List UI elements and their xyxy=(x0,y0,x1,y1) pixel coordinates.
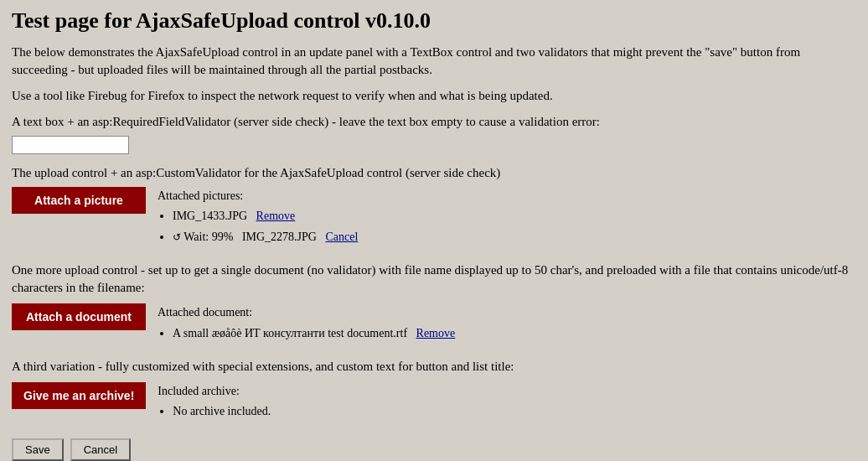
doc1-remove-link[interactable]: Remove xyxy=(416,327,456,339)
file2-cancel-link[interactable]: Cancel xyxy=(325,230,358,243)
attached-pictures-title: Attached pictures: xyxy=(158,187,358,205)
included-archive-title: Included archive: xyxy=(158,382,271,401)
no-archive-item: No archive included. xyxy=(173,402,271,421)
file1-remove-link[interactable]: Remove xyxy=(256,210,296,222)
page-title: Test page for AjaxSafeUpload control v0.… xyxy=(12,8,856,34)
file2-name: IMG_2278.JPG xyxy=(242,230,317,243)
textbox-label: A text box + an asp:RequiredFieldValidat… xyxy=(12,113,856,131)
file2-progress: Wait: 99% xyxy=(183,230,233,243)
no-archive-text: No archive included. xyxy=(173,405,271,417)
give-archive-button[interactable]: Give me an archive! xyxy=(12,382,146,409)
upload2-label: One more upload control - set up to get … xyxy=(12,262,856,297)
spinner-icon: ↺ xyxy=(173,230,181,246)
attached-file-2: ↺ Wait: 99% IMG_2278.JPG Cancel xyxy=(173,228,358,246)
attach-picture-button[interactable]: Attach a picture xyxy=(12,187,146,214)
upload1-label: The upload control + an asp:CustomValida… xyxy=(12,164,856,182)
file1-name: IMG_1433.JPG xyxy=(173,210,247,222)
attach-document-button[interactable]: Attach a document xyxy=(12,303,146,330)
attached-document-title: Attached document: xyxy=(158,303,455,322)
attached-doc-1: A small æøåôè ИТ консултанти test docume… xyxy=(173,324,455,343)
description2: Use a tool like Firebug for Firefox to i… xyxy=(12,87,856,105)
upload3-label: A third variation - fully customized wit… xyxy=(12,358,856,376)
description1: The below demonstrates the AjaxSafeUploa… xyxy=(12,44,856,79)
cancel-button[interactable]: Cancel xyxy=(70,438,131,461)
save-button[interactable]: Save xyxy=(12,438,64,461)
doc1-name: A small æøåôè ИТ консултанти test docume… xyxy=(173,327,407,339)
required-text-input[interactable] xyxy=(12,136,129,154)
attached-file-1: IMG_1433.JPG Remove xyxy=(173,207,358,225)
